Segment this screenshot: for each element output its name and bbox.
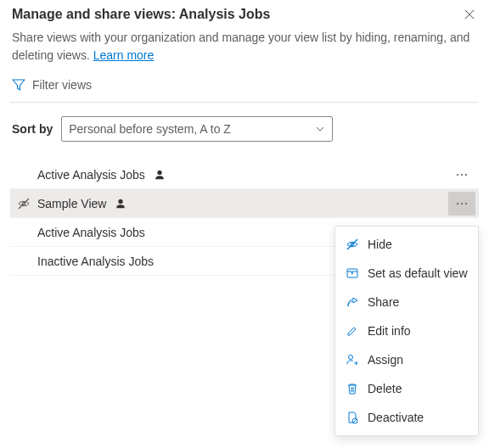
svg-point-15 xyxy=(349,356,353,360)
menu-label: Assign xyxy=(368,353,403,367)
person-icon xyxy=(154,169,166,181)
view-name: Active Analysis Jobs xyxy=(37,226,145,239)
svg-point-3 xyxy=(465,173,467,175)
view-row[interactable]: Active Analysis Jobs xyxy=(10,160,479,189)
menu-item-deactivate[interactable]: Deactivate xyxy=(335,403,478,432)
learn-more-link[interactable]: Learn more xyxy=(93,48,155,62)
trash-icon xyxy=(346,382,359,395)
svg-point-8 xyxy=(461,202,463,204)
svg-point-2 xyxy=(461,173,463,175)
filter-label: Filter views xyxy=(32,78,92,92)
svg-marker-14 xyxy=(351,272,354,274)
menu-item-share[interactable]: Share xyxy=(335,288,478,316)
menu-label: Share xyxy=(368,295,399,309)
menu-item-set-default[interactable]: Set as default view xyxy=(335,259,478,288)
eye-off-icon xyxy=(17,197,31,210)
sort-selected-value: Personal before system, A to Z xyxy=(69,122,231,136)
menu-label: Hide xyxy=(368,238,392,251)
view-name: Sample View xyxy=(37,197,106,210)
svg-point-7 xyxy=(457,202,458,204)
dialog-description: Share views with your organization and m… xyxy=(0,24,489,66)
menu-item-hide[interactable]: Hide xyxy=(335,230,478,259)
sort-label: Sort by xyxy=(12,122,53,136)
menu-label: Deactivate xyxy=(368,411,424,424)
dialog-header: Manage and share views: Analysis Jobs xyxy=(0,0,489,24)
chevron-down-icon xyxy=(315,124,325,134)
menu-label: Set as default view xyxy=(368,266,468,280)
pencil-icon xyxy=(346,324,359,338)
menu-item-edit[interactable]: Edit info xyxy=(335,316,478,345)
description-text: Share views with your organization and m… xyxy=(12,31,469,62)
svg-point-0 xyxy=(157,170,161,174)
menu-label: Edit info xyxy=(368,324,411,338)
sort-select[interactable]: Personal before system, A to Z xyxy=(61,116,333,142)
svg-point-1 xyxy=(457,173,458,175)
svg-line-11 xyxy=(347,239,357,249)
view-row[interactable]: Sample View xyxy=(10,189,479,218)
filter-views-button[interactable]: Filter views xyxy=(0,66,489,102)
assign-icon xyxy=(346,353,359,367)
filter-icon xyxy=(12,78,25,92)
more-actions-button[interactable] xyxy=(448,192,475,216)
person-icon xyxy=(115,198,126,210)
close-icon[interactable] xyxy=(462,7,477,22)
svg-line-5 xyxy=(19,199,29,209)
view-name: Inactive Analysis Jobs xyxy=(37,255,154,268)
share-icon xyxy=(346,295,359,309)
deactivate-icon xyxy=(346,411,359,424)
context-menu: Hide Set as default view Share Edit info… xyxy=(334,226,479,436)
menu-item-assign[interactable]: Assign xyxy=(335,345,478,374)
more-actions-button[interactable] xyxy=(448,163,475,187)
default-view-icon xyxy=(346,266,359,280)
eye-off-icon xyxy=(346,238,359,251)
svg-point-9 xyxy=(465,202,467,204)
view-name: Active Analysis Jobs xyxy=(37,168,145,182)
dialog-title: Manage and share views: Analysis Jobs xyxy=(12,7,270,22)
menu-item-delete[interactable]: Delete xyxy=(335,374,478,403)
menu-label: Delete xyxy=(368,382,402,395)
sort-row: Sort by Personal before system, A to Z xyxy=(0,103,489,160)
svg-point-6 xyxy=(119,199,123,203)
